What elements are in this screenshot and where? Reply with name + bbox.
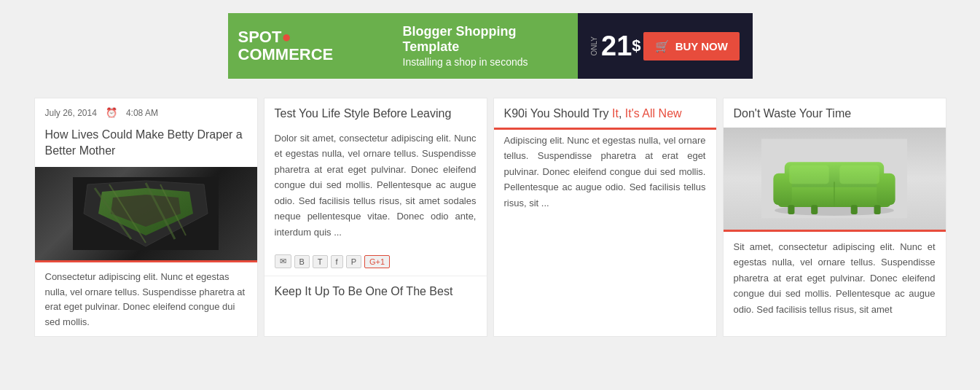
buy-now-label: BUY NOW	[675, 40, 728, 52]
svg-rect-17	[851, 205, 858, 214]
banner-price: ONLY 21 $	[590, 31, 641, 62]
card1-image-svg	[73, 177, 219, 250]
card-4: Don't Waste Your Time	[723, 98, 946, 337]
card3-title-sep: ,	[619, 107, 625, 120]
svg-rect-15	[788, 205, 794, 214]
card3-body: Adipiscing elit. Nunc et egestas nulla, …	[494, 128, 716, 219]
cart-icon: 🛒	[655, 39, 670, 53]
social-blogger-btn[interactable]: B	[294, 255, 310, 268]
clock-icon: ⏰	[106, 107, 117, 118]
content-grid: July 26, 2014 ⏰ 4:08 AM How Lives Could …	[17, 95, 964, 340]
card1-title[interactable]: How Lives Could Make Betty Draper a Bett…	[35, 124, 257, 167]
svg-rect-13	[877, 173, 895, 206]
svg-rect-16	[811, 205, 818, 214]
card3-title-link2[interactable]: It's All New	[625, 107, 682, 120]
card4-title[interactable]: Don't Waste Your Time	[724, 98, 946, 128]
svg-rect-20	[839, 165, 879, 184]
social-gplus-btn[interactable]: G+1	[364, 255, 390, 268]
banner-middle-sub: Installing a shop in seconds	[403, 56, 563, 68]
card-1: July 26, 2014 ⏰ 4:08 AM How Lives Could …	[34, 98, 258, 337]
svg-rect-12	[773, 173, 791, 206]
card2-body: Dolor sit amet, consectetur adipiscing e…	[264, 128, 487, 249]
card3-title-link1[interactable]: It	[612, 107, 619, 120]
card2-title2[interactable]: Keep It Up To Be One Of The Best	[264, 276, 487, 304]
buy-now-button[interactable]: 🛒 BUY NOW	[643, 32, 740, 61]
banner-price-symbol: $	[632, 36, 640, 55]
card-2: Test You Life Style Before Leaving Dolor…	[264, 98, 487, 337]
social-pinterest-btn[interactable]: P	[346, 255, 361, 268]
svg-rect-18	[874, 205, 881, 214]
card1-time: 4:08 AM	[126, 108, 158, 118]
banner-logo-line2: COMMERCE	[238, 46, 334, 63]
sofa-svg	[761, 139, 907, 219]
banner-only-label: ONLY	[590, 36, 598, 56]
card1-date: July 26, 2014	[45, 108, 97, 118]
banner-right: ONLY 21 $ 🛒 BUY NOW	[578, 13, 753, 79]
banner-middle-title: Blogger Shopping Template	[403, 24, 563, 55]
social-facebook-btn[interactable]: f	[331, 255, 343, 268]
banner-logo: SPOT● COMMERCE	[228, 13, 388, 79]
card2-title[interactable]: Test You Life Style Before Leaving	[264, 98, 487, 128]
card4-body: Sit amet, consectetur adipiscing elit. N…	[724, 230, 946, 324]
banner-price-number: 21	[601, 31, 632, 62]
card1-meta: July 26, 2014 ⏰ 4:08 AM	[35, 98, 257, 124]
social-twitter-btn[interactable]: T	[313, 255, 328, 268]
card3-title[interactable]: K90i You Should Try It, It's All New	[494, 98, 716, 128]
banner-section: SPOT● COMMERCE Blogger Shopping Template…	[0, 0, 980, 95]
banner-logo-line1: SPOT●	[238, 28, 334, 46]
card1-body: Consectetur adipiscing elit. Nunc et ege…	[35, 260, 257, 336]
svg-rect-19	[789, 165, 829, 184]
social-email-btn[interactable]: ✉	[275, 254, 291, 268]
card4-image	[724, 128, 946, 230]
card-3: K90i You Should Try It, It's All New Adi…	[493, 98, 717, 337]
banner: SPOT● COMMERCE Blogger Shopping Template…	[228, 13, 753, 79]
card2-social-buttons: ✉ B T f P G+1	[264, 249, 487, 276]
card3-title-plain: K90i You Should Try	[504, 107, 613, 120]
banner-middle: Blogger Shopping Template Installing a s…	[388, 13, 578, 79]
banner-dot: ●	[281, 28, 291, 46]
card1-image	[35, 167, 257, 260]
